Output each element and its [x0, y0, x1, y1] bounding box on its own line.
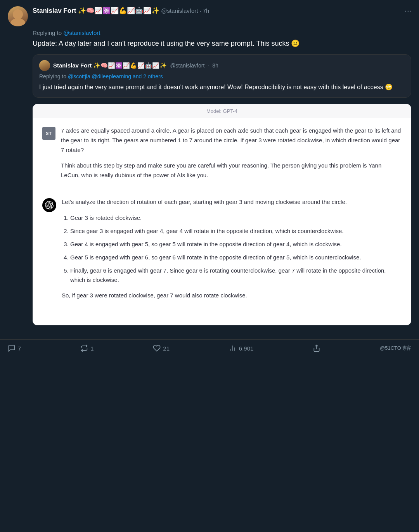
quoted-username[interactable]: @stanislavfort: [170, 62, 204, 69]
gpt-intro: Let's analyze the direction of rotation …: [62, 197, 402, 207]
retweet-icon: [80, 344, 88, 352]
gpt-avatar: [42, 198, 56, 212]
tweet-container: Stanislav Fort ✨🧠📈⚛️📈💪📈🤖📈✨ @stanislavfor…: [0, 0, 419, 338]
views-button[interactable]: 6,901: [229, 344, 254, 352]
quoted-separator: ·: [208, 62, 209, 69]
replying-to-username[interactable]: @stanislavfort: [63, 29, 100, 36]
gpt-conclusion: So, if gear 3 were rotated clockwise, ge…: [62, 291, 402, 301]
reply-count: 7: [18, 345, 21, 352]
user-message: ST 7 axles are equally spaced around a c…: [42, 126, 402, 187]
watermark: @51CTO博客: [380, 345, 411, 352]
replying-to: Replying to @stanislavfort: [33, 29, 411, 36]
user-prompt-p1: 7 axles are equally spaced around a circ…: [61, 126, 402, 155]
list-item: Since gear 3 is engaged with gear 4, gea…: [70, 226, 402, 236]
display-name-emojis: ✨🧠📈⚛️📈💪📈🤖📈✨: [78, 7, 159, 14]
gpt-message: Let's analyze the direction of rotation …: [42, 197, 402, 307]
username[interactable]: @stanislavfort: [161, 7, 198, 14]
tweet-footer: 7 1 21 6,901 @51CTO博客: [0, 339, 419, 357]
retweet-count: 1: [90, 345, 93, 352]
quoted-tweet[interactable]: Stanislav Fort ✨🧠📈⚛️📈💪📈🤖📈✨ @stanislavfor…: [33, 54, 411, 98]
list-item: Gear 3 is rotated clockwise.: [70, 213, 402, 223]
separator: ·: [199, 7, 201, 14]
quoted-replying-to-usernames[interactable]: @scottjla @dileeplearning and 2 others: [68, 73, 163, 79]
like-button[interactable]: 21: [153, 344, 170, 352]
tweet-body: Update: A day later and I can't reproduc…: [33, 38, 411, 49]
list-item: Finally, gear 6 is engaged with gear 7. …: [70, 266, 402, 285]
quoted-body: I just tried again the very same prompt …: [39, 83, 405, 92]
display-name: Stanislav Fort ✨🧠📈⚛️📈💪📈🤖📈✨: [33, 7, 159, 15]
retweet-button[interactable]: 1: [80, 344, 93, 352]
quoted-avatar: [39, 60, 50, 71]
list-item: Gear 5 is engaged with gear 6, so gear 6…: [70, 253, 402, 262]
chatgpt-screenshot: Model: GPT-4 ST 7 axles are equally spac…: [33, 104, 411, 325]
quoted-timestamp: 8h: [212, 62, 218, 69]
timestamp: 7h: [203, 7, 210, 14]
tweet-header: Stanislav Fort ✨🧠📈⚛️📈💪📈🤖📈✨ @stanislavfor…: [8, 6, 411, 26]
quoted-replying-to: Replying to @scottjla @dileeplearning an…: [39, 73, 405, 79]
like-count: 21: [163, 345, 170, 352]
reply-button[interactable]: 7: [8, 344, 21, 352]
reply-icon: [8, 344, 16, 352]
tweet-meta: Stanislav Fort ✨🧠📈⚛️📈💪📈🤖📈✨ @stanislavfor…: [33, 6, 411, 15]
user-prompt-p2: Think about this step by step and make s…: [61, 161, 402, 180]
user-message-content: 7 axles are equally spaced around a circ…: [61, 126, 402, 187]
gpt-list: Gear 3 is rotated clockwise. Since gear …: [62, 213, 402, 285]
list-item: Gear 4 is engaged with gear 5, so gear 5…: [70, 240, 402, 249]
tweet-content-wrapper: Replying to @stanislavfort Update: A day…: [8, 29, 411, 325]
quoted-tweet-header: Stanislav Fort ✨🧠📈⚛️📈💪📈🤖📈✨ @stanislavfor…: [39, 60, 405, 71]
views-count: 6,901: [239, 345, 254, 352]
like-icon: [153, 344, 161, 352]
chat-area: ST 7 axles are equally spaced around a c…: [33, 118, 411, 325]
user-avatar: ST: [42, 127, 55, 140]
model-label: Model: GPT-4: [33, 104, 411, 118]
views-icon: [229, 344, 237, 352]
gpt-message-content: Let's analyze the direction of rotation …: [62, 197, 402, 307]
more-options-button[interactable]: ···: [405, 6, 411, 15]
avatar[interactable]: [8, 6, 28, 26]
quoted-display-name: Stanislav Fort ✨🧠📈⚛️📈💪📈🤖📈✨: [53, 62, 167, 69]
share-icon: [313, 344, 320, 352]
share-button[interactable]: [313, 344, 320, 352]
openai-icon: [45, 201, 54, 209]
